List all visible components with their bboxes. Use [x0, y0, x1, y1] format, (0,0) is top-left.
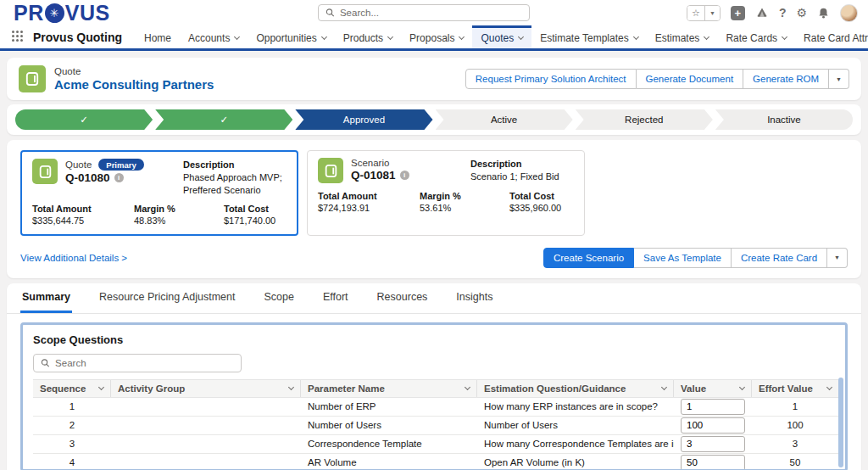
table-scrollbar[interactable]	[838, 378, 843, 467]
description-value: Scenario 1; Fixed Bid	[470, 171, 574, 182]
tab-resource-pricing-adjustment[interactable]: Resource Pricing Adjustment	[97, 291, 237, 313]
save-as-template-button[interactable]: Save As Template	[634, 248, 732, 268]
content-tab-bar: SummaryResource Pricing AdjustmentScopeE…	[7, 283, 861, 314]
column-header-sequence[interactable]: Sequence	[33, 380, 111, 397]
tab-insights[interactable]: Insights	[454, 291, 494, 313]
value-input[interactable]	[681, 455, 745, 470]
chevron-down-icon	[661, 384, 667, 390]
chevron-down-icon	[633, 34, 639, 40]
sequence-cell: 3	[33, 439, 111, 449]
nav-tab-accounts[interactable]: Accounts	[180, 25, 248, 48]
nav-tab-products[interactable]: Products	[335, 25, 401, 48]
tab-summary[interactable]: Summary	[20, 291, 72, 313]
scenario-number[interactable]: Q-01081	[351, 169, 396, 182]
description-label: Description	[183, 159, 287, 171]
record-header-card: Quote Acme Consulting Partners Request P…	[7, 58, 861, 100]
chevron-down-icon	[739, 384, 745, 390]
logo-text-pre: PR	[14, 3, 44, 24]
record-actions-dropdown-button[interactable]: ▼	[829, 69, 849, 89]
column-label: Effort Value	[759, 383, 813, 394]
notifications-bell-icon[interactable]	[817, 7, 830, 20]
chevron-down-icon	[518, 34, 524, 40]
column-header-effort-value[interactable]: Effort Value	[752, 380, 838, 397]
info-icon[interactable]: i	[114, 173, 124, 182]
column-header-estimation-question-guidance[interactable]: Estimation Question/Guidance	[477, 380, 674, 397]
record-name[interactable]: Acme Consulting Partners	[54, 77, 214, 92]
scope-questions-title: Scope Questions	[33, 333, 835, 346]
value-input[interactable]	[681, 436, 745, 452]
table-row: 1Number of ERPHow many ERP instances are…	[33, 398, 838, 417]
record-actions: Request Primary Solution ArchitectGenera…	[465, 69, 849, 89]
global-search-input[interactable]	[340, 8, 522, 18]
column-header-parameter-name[interactable]: Parameter Name	[301, 380, 477, 397]
chevron-down-icon	[387, 34, 393, 40]
value-cell	[674, 399, 752, 415]
path-step-complete-2[interactable]: ✓	[155, 109, 292, 130]
chevron-down-icon	[465, 384, 470, 390]
card-entity-label: Scenario	[351, 158, 389, 168]
path-step-approved[interactable]: Approved	[295, 109, 432, 130]
info-icon[interactable]: i	[400, 171, 409, 180]
parameter-name-cell: AR Volume	[301, 457, 477, 467]
favorites-combo[interactable]: ☆ ▼	[687, 5, 721, 21]
create-rate-card-button[interactable]: Create Rate Card	[732, 248, 827, 268]
app-launcher-waffle-icon[interactable]	[12, 31, 23, 44]
logo-snowflake-icon: ✳	[45, 3, 64, 23]
table-row: 3Correspondence TemplateHow many Corresp…	[33, 435, 838, 454]
quote-card-primary[interactable]: Quote Primary Q-01080 i Description Phas…	[20, 150, 298, 236]
value-cell	[674, 455, 752, 470]
detail-tabs-section: SummaryResource Pricing AdjustmentScopeE…	[7, 283, 861, 470]
table-row: 4AR VolumeOpen AR Volume (in K)50	[33, 454, 838, 470]
scenario-actions-dropdown-button[interactable]: ▼	[827, 248, 848, 268]
effort-value-cell: 3	[752, 439, 838, 449]
card-entity-label: Quote	[65, 159, 92, 170]
value-input[interactable]	[681, 417, 745, 434]
estimation-question-cell: How many Correspondence Templates are in…	[477, 439, 674, 449]
nav-tab-proposals[interactable]: Proposals	[401, 25, 472, 48]
view-additional-details-link[interactable]: View Additional Details >	[20, 253, 127, 263]
chevron-down-icon	[321, 34, 327, 40]
table-search[interactable]	[33, 354, 242, 372]
user-avatar[interactable]	[840, 4, 858, 22]
record-entity-label: Quote	[54, 66, 214, 76]
request-primary-solution-architect-button[interactable]: Request Primary Solution Architect	[465, 69, 637, 89]
description-value: Phased Approach MVP; Preffered Scenario	[183, 171, 287, 196]
chevron-down-icon	[234, 34, 240, 40]
generate-document-button[interactable]: Generate Document	[637, 69, 744, 89]
table-search-input[interactable]	[55, 358, 234, 368]
nav-tab-home[interactable]: Home	[136, 25, 180, 48]
nav-tab-label: Products	[343, 32, 383, 44]
nav-tab-quotes[interactable]: Quotes	[472, 25, 531, 48]
create-scenario-button[interactable]: Create Scenario	[543, 248, 634, 268]
parameter-name-cell: Number of Users	[301, 420, 477, 430]
value-input[interactable]	[681, 399, 745, 415]
column-header-activity-group[interactable]: Activity Group	[111, 380, 301, 397]
path-step-rejected[interactable]: Rejected	[576, 109, 713, 130]
nav-tab-rate-card-attribute-groups[interactable]: Rate Card Attribute Groups	[795, 25, 868, 48]
app-name: Provus Quoting	[33, 31, 122, 44]
global-actions-button[interactable]: +	[731, 6, 745, 20]
guidance-center-icon[interactable]	[755, 6, 769, 20]
global-search[interactable]	[318, 4, 530, 21]
nav-tab-rate-cards[interactable]: Rate Cards	[717, 25, 795, 48]
path-step-active[interactable]: Active	[436, 109, 573, 130]
scenario-card[interactable]: Scenario Q-01081 i Description Scenario …	[307, 150, 585, 236]
generate-rom-button[interactable]: Generate ROM	[743, 69, 829, 89]
tab-resources[interactable]: Resources	[376, 291, 430, 313]
nav-tab-opportunities[interactable]: Opportunities	[248, 25, 334, 48]
logo-text-post: VUS	[65, 3, 110, 24]
nav-tab-estimates[interactable]: Estimates	[647, 25, 718, 48]
column-header-value[interactable]: Value	[674, 380, 752, 397]
tab-effort[interactable]: Effort	[321, 291, 350, 313]
setup-gear-icon[interactable]: ⚙	[796, 6, 807, 20]
path-step-inactive[interactable]: Inactive	[715, 109, 853, 130]
favorites-dropdown-icon[interactable]: ▼	[704, 6, 720, 20]
quote-number[interactable]: Q-01080	[65, 171, 110, 184]
tab-scope[interactable]: Scope	[262, 291, 295, 313]
help-icon[interactable]: ?	[779, 6, 787, 20]
column-label: Estimation Question/Guidance	[484, 383, 626, 394]
path-step-complete-1[interactable]: ✓	[15, 109, 153, 130]
nav-tab-estimate-templates[interactable]: Estimate Templates	[531, 25, 647, 48]
sequence-cell: 2	[33, 420, 111, 430]
favorite-star-icon[interactable]: ☆	[687, 6, 704, 20]
